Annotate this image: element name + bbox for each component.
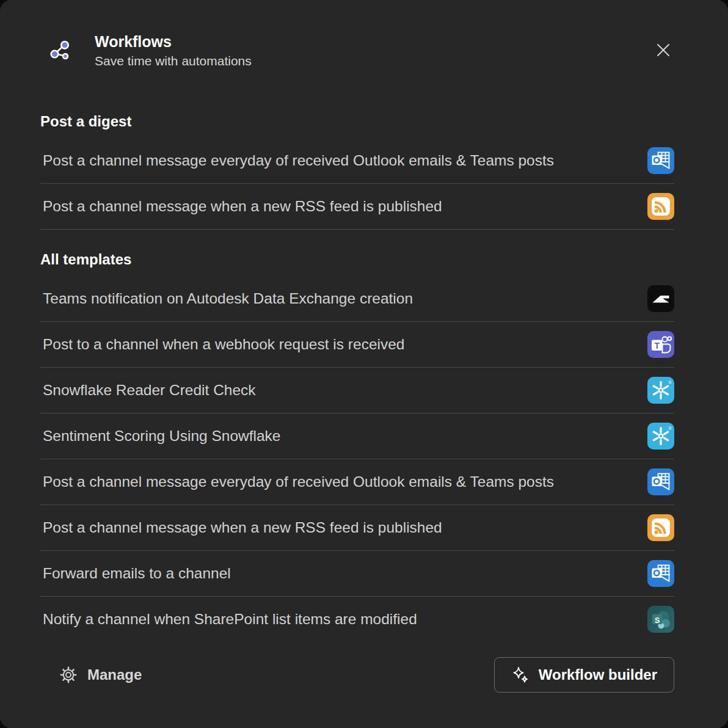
template-row[interactable]: Teams notification on Autodesk Data Exch… bbox=[40, 276, 674, 322]
rss-icon bbox=[647, 514, 674, 541]
workflows-flyout: Workflows Save time with automations Pos… bbox=[0, 0, 728, 728]
svg-text:T: T bbox=[654, 341, 660, 351]
flyout-footer: Manage Workflow builder bbox=[40, 657, 674, 693]
svg-text:S: S bbox=[655, 616, 660, 625]
template-row-label: Post a channel message when a new RSS fe… bbox=[40, 519, 647, 536]
gear-icon bbox=[60, 666, 77, 683]
workflow-icon bbox=[48, 38, 72, 62]
template-row-label: Sentiment Scoring Using Snowflake bbox=[40, 428, 647, 445]
outlook-icon bbox=[647, 560, 674, 587]
workflow-builder-button[interactable]: Workflow builder bbox=[494, 657, 674, 693]
template-row-label: Forward emails to a channel bbox=[40, 565, 647, 582]
manage-button[interactable]: Manage bbox=[60, 666, 142, 683]
template-row[interactable]: Sentiment Scoring Using Snowflake® bbox=[40, 413, 674, 459]
template-row-label: Teams notification on Autodesk Data Exch… bbox=[40, 290, 647, 307]
workflows-app-tile bbox=[40, 31, 79, 70]
svg-text:®: ® bbox=[669, 380, 672, 385]
header-text: Workflows Save time with automations bbox=[95, 32, 252, 68]
snowflake-icon: ® bbox=[647, 423, 674, 450]
sparkle-icon bbox=[511, 666, 530, 684]
template-row[interactable]: Snowflake Reader Credit Check® bbox=[40, 368, 674, 413]
teams-icon: T bbox=[647, 331, 674, 358]
snowflake-icon: ® bbox=[647, 377, 674, 404]
template-row-label: Post a channel message everyday of recei… bbox=[40, 152, 647, 169]
workflow-builder-button-label: Workflow builder bbox=[539, 666, 657, 683]
flyout-header: Workflows Save time with automations bbox=[40, 31, 674, 70]
autodesk-icon bbox=[647, 285, 674, 312]
template-row[interactable]: Post a channel message when a new RSS fe… bbox=[40, 184, 674, 230]
svg-text:®: ® bbox=[669, 426, 672, 431]
page-subtitle: Save time with automations bbox=[95, 54, 252, 68]
template-row[interactable]: Notify a channel when SharePoint list it… bbox=[40, 597, 674, 642]
sharepoint-icon: S bbox=[647, 606, 674, 633]
outlook-icon bbox=[647, 468, 674, 495]
template-row[interactable]: Post a channel message everyday of recei… bbox=[40, 138, 674, 184]
template-section: All templatesTeams notification on Autod… bbox=[40, 250, 674, 642]
template-row[interactable]: Post a channel message when a new RSS fe… bbox=[40, 505, 674, 551]
section-heading: All templates bbox=[40, 250, 674, 269]
template-row[interactable]: Post a channel message everyday of recei… bbox=[40, 459, 674, 505]
close-button[interactable] bbox=[652, 39, 674, 61]
manage-button-label: Manage bbox=[87, 666, 142, 683]
rss-icon bbox=[647, 193, 674, 220]
template-row-label: Post a channel message when a new RSS fe… bbox=[40, 198, 647, 215]
page-title: Workflows bbox=[95, 32, 252, 51]
template-row-label: Post to a channel when a webhook request… bbox=[40, 336, 647, 353]
sections: Post a digestPost a channel message ever… bbox=[40, 112, 674, 642]
template-row-label: Post a channel message everyday of recei… bbox=[40, 473, 647, 490]
template-row[interactable]: Post to a channel when a webhook request… bbox=[40, 322, 674, 368]
outlook-icon bbox=[647, 147, 674, 174]
template-row-label: Snowflake Reader Credit Check bbox=[40, 382, 647, 399]
template-section: Post a digestPost a channel message ever… bbox=[40, 112, 674, 230]
section-heading: Post a digest bbox=[40, 112, 674, 131]
close-icon bbox=[653, 40, 673, 60]
template-row-label: Notify a channel when SharePoint list it… bbox=[40, 611, 647, 628]
template-row[interactable]: Forward emails to a channel bbox=[40, 551, 674, 597]
